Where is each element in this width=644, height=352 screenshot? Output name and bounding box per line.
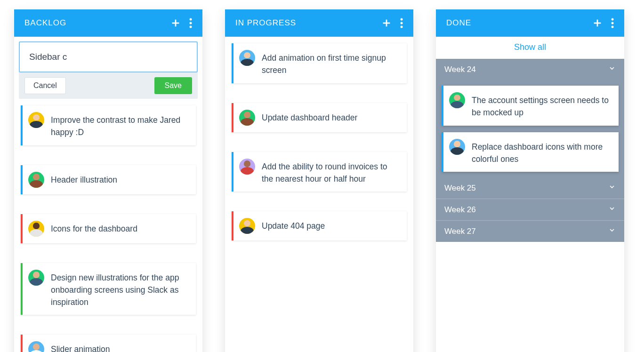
column-done: DONE Show all Week 24 The account settin… <box>436 9 624 352</box>
save-button[interactable]: Save <box>154 77 192 94</box>
week-header[interactable]: Week 24 <box>436 59 624 80</box>
column-header: IN PROGRESS <box>225 9 413 37</box>
chevron-down-icon <box>608 226 616 236</box>
task-card[interactable]: Improve the contrast to make Jared happy… <box>21 105 196 145</box>
column-menu-icon[interactable] <box>400 18 403 28</box>
column-body: Cancel Save Improve the contrast to make… <box>14 37 202 352</box>
task-card[interactable]: Icons for the dashboard <box>21 214 196 243</box>
column-title: IN PROGRESS <box>235 18 296 28</box>
task-card[interactable]: Update dashboard header <box>232 103 407 132</box>
column-inprogress: IN PROGRESS Add animation on first time … <box>225 9 413 352</box>
svg-point-12 <box>612 18 614 21</box>
column-actions <box>170 18 192 28</box>
svg-point-8 <box>401 22 403 24</box>
column-actions <box>381 18 403 28</box>
column-menu-icon[interactable] <box>189 18 192 28</box>
show-all-link[interactable]: Show all <box>436 37 624 59</box>
add-card-icon[interactable] <box>381 18 392 28</box>
week-label: Week 27 <box>444 227 476 236</box>
avatar <box>28 172 44 188</box>
svg-point-13 <box>612 22 614 24</box>
column-body: Add animation on first time signup scree… <box>225 37 413 247</box>
week-label: Week 24 <box>444 65 476 74</box>
kanban-board: BACKLOG Cancel Save Imp <box>14 9 630 352</box>
task-card[interactable]: The account settings screen needs to be … <box>442 86 619 126</box>
svg-point-4 <box>190 26 192 28</box>
task-text: Add the ability to round invoices to the… <box>262 159 399 185</box>
avatar <box>28 112 44 128</box>
task-card[interactable]: Add the ability to round invoices to the… <box>232 152 407 192</box>
new-card-input[interactable] <box>19 41 198 72</box>
avatar <box>28 341 44 352</box>
cancel-button[interactable]: Cancel <box>24 77 66 94</box>
task-text: Improve the contrast to make Jared happy… <box>51 112 188 139</box>
avatar <box>449 92 465 108</box>
week-header[interactable]: Week 27 <box>436 220 624 242</box>
svg-point-14 <box>612 26 614 28</box>
chevron-down-icon <box>608 183 616 193</box>
task-card[interactable]: Slider animation <box>21 335 196 352</box>
task-card[interactable]: Add animation on first time signup scree… <box>232 43 407 83</box>
avatar <box>239 159 255 175</box>
week-header[interactable]: Week 26 <box>436 199 624 220</box>
week-label: Week 26 <box>444 205 476 215</box>
chevron-down-icon <box>608 64 616 74</box>
svg-point-9 <box>401 26 403 28</box>
column-title: DONE <box>446 18 471 28</box>
week-label: Week 25 <box>444 184 476 193</box>
chevron-down-icon <box>608 205 616 215</box>
column-backlog: BACKLOG Cancel Save Imp <box>14 9 202 352</box>
column-body: Week 24 The account settings screen need… <box>436 59 624 242</box>
column-actions <box>592 18 614 28</box>
avatar <box>239 218 255 234</box>
task-text: Update dashboard header <box>262 110 357 124</box>
column-header: BACKLOG <box>14 9 202 37</box>
task-card[interactable]: Header illustration <box>21 165 196 194</box>
svg-point-3 <box>190 22 192 24</box>
task-text: Slider animation <box>51 341 110 352</box>
avatar <box>28 270 44 286</box>
task-text: Add animation on first time signup scree… <box>262 50 399 77</box>
week-body: The account settings screen needs to be … <box>436 80 624 177</box>
avatar <box>239 50 255 66</box>
new-card-form: Cancel Save <box>19 41 198 99</box>
task-text: Icons for the dashboard <box>51 221 137 235</box>
column-title: BACKLOG <box>24 18 66 28</box>
task-card[interactable]: Replace dashboard icons with more colorf… <box>442 132 619 172</box>
avatar <box>239 110 255 126</box>
add-card-icon[interactable] <box>592 18 603 28</box>
svg-point-2 <box>190 18 192 21</box>
svg-point-7 <box>401 18 403 21</box>
column-header: DONE <box>436 9 624 37</box>
task-card[interactable]: Design new illustrations for the app onb… <box>21 263 196 315</box>
add-card-icon[interactable] <box>170 18 181 28</box>
form-buttons: Cancel Save <box>19 72 198 94</box>
task-text: Header illustration <box>51 172 117 186</box>
column-menu-icon[interactable] <box>611 18 614 28</box>
avatar <box>28 221 44 237</box>
task-text: Design new illustrations for the app onb… <box>51 270 188 309</box>
week-header[interactable]: Week 25 <box>436 177 624 199</box>
task-text: Update 404 page <box>262 218 325 232</box>
task-text: The account settings screen needs to be … <box>472 92 611 119</box>
task-text: Replace dashboard icons with more colorf… <box>472 139 611 166</box>
avatar <box>449 139 465 155</box>
task-card[interactable]: Update 404 page <box>232 211 407 240</box>
